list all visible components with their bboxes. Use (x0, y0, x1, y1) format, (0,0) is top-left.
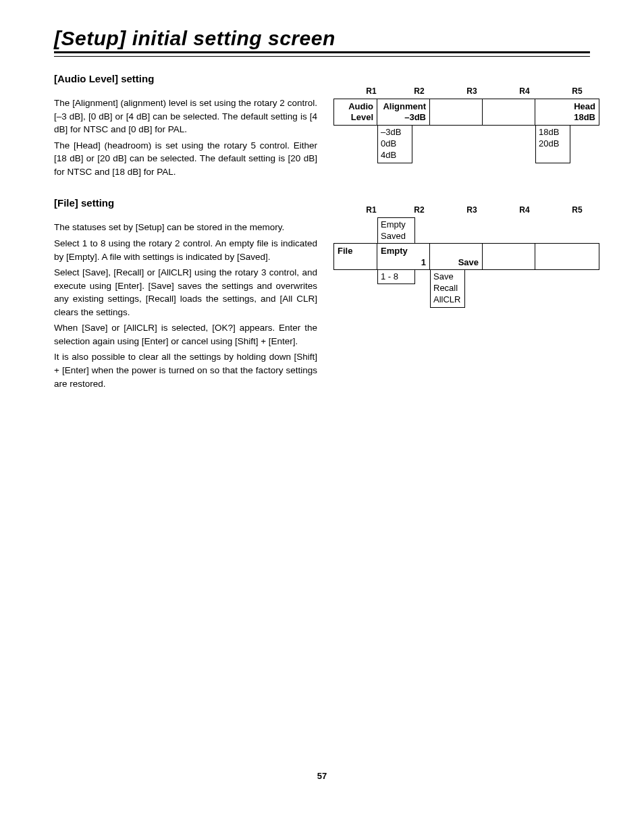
rotary-label-r1-file: R1 (350, 205, 393, 215)
audio-cell-head: Head 18dB (535, 99, 599, 125)
audio-alignment-options: –3dB 0dB 4dB (377, 126, 412, 163)
page-number: 57 (54, 771, 590, 781)
file-post-options-row: 1 - 8 Save Recall AllCLR (333, 270, 603, 308)
file-heading: [File] setting (54, 197, 317, 209)
file-para-5: It is also possible to clear all the set… (54, 350, 317, 390)
audio-level-heading: [Audio Level] setting (54, 73, 317, 84)
rotary-label-r4: R4 (498, 86, 551, 96)
audio-cell-r4 (483, 99, 535, 125)
audio-cell-r3 (430, 99, 483, 125)
rotary-label-r2: R2 (393, 86, 446, 96)
rotary-label-r5: R5 (551, 86, 603, 96)
rotary-label-r4-file: R4 (498, 205, 551, 215)
file-cell-save: Save (430, 244, 483, 269)
file-cell-r4 (483, 244, 535, 269)
audio-cell-alignment: Alignment –3dB (377, 99, 430, 125)
file-status-options: Empty Saved (377, 217, 415, 244)
audio-options-row: –3dB 0dB 4dB 18dB 20dB (333, 126, 603, 163)
page-title: [Setup] initial setting screen (54, 27, 590, 50)
rotary-labels-audio: R1 R2 R3 R4 R5 (350, 86, 603, 96)
audio-level-table: R1 R2 R3 R4 R5 Audio Level Alignment –3d… (333, 86, 603, 163)
file-section: [File] setting The statuses set by [Setu… (54, 197, 317, 390)
file-para-3: Select [Save], [Recall] or [AllCLR] usin… (54, 266, 317, 319)
rotary-label-r5-file: R5 (551, 205, 603, 215)
audio-para-2: The [Head] (headroom) is set using the r… (54, 139, 317, 179)
file-cell-empty: Empty 1 (377, 244, 430, 269)
right-column: R1 R2 R3 R4 R5 Audio Level Alignment –3d… (333, 73, 603, 393)
audio-setting-row: Audio Level Alignment –3dB Head 18dB (333, 99, 599, 126)
file-para-4: When [Save] or [AllCLR] is selected, [OK… (54, 321, 317, 348)
audio-cell-label: Audio Level (334, 99, 377, 125)
rotary-label-r3-file: R3 (446, 205, 498, 215)
file-setting-row: File Empty 1 Save (333, 243, 599, 270)
file-table: R1 R2 R3 R4 R5 Empty Saved File (333, 205, 603, 308)
file-cell-r5 (535, 244, 599, 269)
rotary-label-r1: R1 (350, 86, 393, 96)
file-cell-label: File (334, 244, 377, 269)
file-para-2: Select 1 to 8 using the rotary 2 control… (54, 237, 317, 263)
audio-level-section: [Audio Level] setting The [Alignment] (a… (54, 73, 317, 178)
rotary-label-r2-file: R2 (393, 205, 446, 215)
file-number-options: 1 - 8 (377, 270, 415, 284)
audio-head-options: 18dB 20dB (535, 126, 570, 163)
rotary-labels-file: R1 R2 R3 R4 R5 (350, 205, 603, 215)
file-pre-options-row: Empty Saved (333, 217, 603, 244)
title-rule (54, 51, 590, 57)
file-action-options: Save Recall AllCLR (430, 270, 465, 308)
file-para-1: The statuses set by [Setup] can be store… (54, 221, 317, 234)
rotary-label-r3: R3 (446, 86, 498, 96)
left-column: [Audio Level] setting The [Alignment] (a… (54, 73, 317, 393)
audio-para-1: The [Alignment] (alignment) level is set… (54, 97, 317, 136)
